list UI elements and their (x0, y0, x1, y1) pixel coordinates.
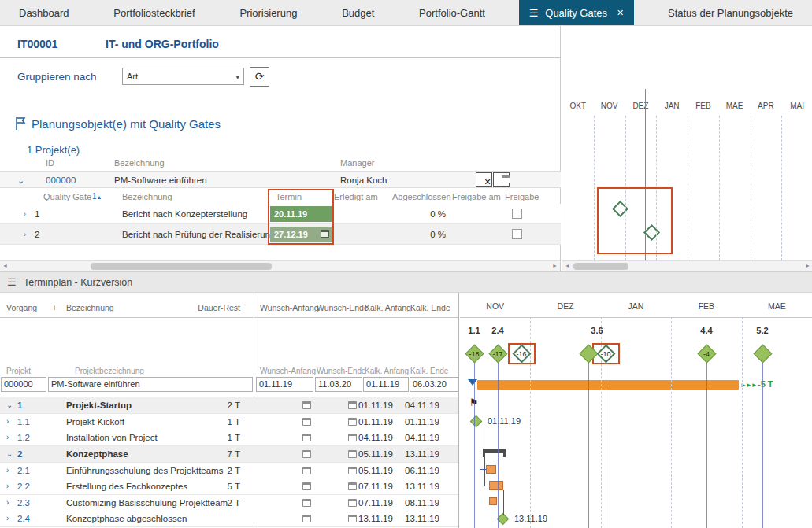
scroll-right-icon[interactable]: ► (552, 263, 558, 268)
task-name: Erstellung des Fachkonzeptes (66, 478, 187, 494)
wunsch-anfang-calendar-icon[interactable] (302, 434, 311, 441)
tab-dashboard[interactable]: Dashboard (8, 0, 80, 25)
gate-line (498, 362, 499, 528)
task-row[interactable]: ›2.3Customizing Basisschulung Projekttea… (0, 495, 458, 511)
kalk-anfang-date: 05.11.19 (358, 463, 393, 478)
gate-name: Bericht nach Konzepterstellung (122, 204, 247, 224)
wunsch-anfang-calendar-icon[interactable] (302, 515, 311, 522)
task-row[interactable]: ⌄2Konzeptphase7 T05.11.1913.11.19 (0, 446, 458, 463)
gantt-months: NOVDEZJANFEBMAE (460, 301, 812, 311)
quality-gate-row[interactable]: ›1Bericht nach Konzepterstellung20.11.19… (0, 204, 561, 224)
gate-line (606, 362, 606, 528)
scroll-left-icon[interactable]: ◄ (565, 263, 570, 268)
wunsch-ende-calendar-icon[interactable] (348, 482, 357, 490)
wunsch-ende-calendar-icon[interactable] (348, 418, 357, 426)
kalk-ende-date: 13.11.19 (405, 446, 439, 462)
gate-name: Bericht nach Prüfung der Realisierung (122, 224, 275, 245)
dependency-connector (503, 490, 504, 515)
wunsch-ende-calendar-icon[interactable] (348, 450, 357, 458)
completed-percent: 0 % (392, 224, 446, 245)
kalk-anfang-date: 07.11.19 (358, 495, 393, 511)
wunsch-ende-calendar-icon[interactable] (348, 401, 357, 409)
wunsch-ende-calendar-icon[interactable] (348, 434, 357, 441)
wunsch-ende-calendar-icon[interactable] (348, 499, 357, 507)
termin-date-cell[interactable]: 27.12.19 (270, 227, 332, 242)
wunsch-anfang-calendar-icon[interactable] (302, 482, 311, 490)
scroll-right-icon[interactable]: ► (805, 263, 810, 268)
konzeptphase-summary-bar[interactable] (483, 449, 506, 453)
close-tab-icon[interactable]: ✕ (617, 8, 624, 18)
quality-gate-milestone[interactable] (753, 344, 772, 363)
month-label: JAN (656, 102, 688, 110)
wunsch-anfang-calendar-icon[interactable] (302, 450, 311, 458)
expander-icon[interactable]: › (6, 463, 9, 478)
tab-label: Dashboard (19, 7, 69, 19)
quality-gate-diamond[interactable] (643, 224, 660, 241)
termin-date-cell[interactable]: 20.11.19 (270, 206, 332, 222)
task-row[interactable]: ›2.4Konzeptphase abgeschlossen13.11.1913… (0, 511, 458, 527)
task-number: 1 (17, 397, 22, 413)
kickoff-date-label: 01.11.19 (488, 416, 521, 426)
expander-icon[interactable]: › (6, 495, 9, 511)
wunsch-anfang-calendar-icon[interactable] (302, 418, 311, 426)
task-row[interactable]: ›1.2Installation von Project1 T04.11.190… (0, 430, 458, 446)
wunsch-anfang-calendar-icon[interactable] (302, 401, 311, 409)
kalk-ende-date: 13.11.19 (405, 478, 439, 494)
quality-gate-diamond[interactable] (612, 201, 628, 217)
app-root: DashboardPortfoliosteckbriefPriorisierun… (0, 0, 812, 528)
task-row[interactable]: ›2.1Einführungsschulung des Projektteams… (0, 463, 458, 479)
dependency-connector (484, 486, 489, 486)
month-label: NOV (460, 301, 530, 311)
expander-icon[interactable]: ⌄ (6, 397, 13, 413)
qg-horizontal-scrollbar[interactable]: ◄ ► (0, 260, 560, 271)
kalk-anfang-date: 05.11.19 (358, 446, 393, 462)
tab-status-der-planungsobjekte[interactable]: Status der Planungsobjekte (657, 0, 804, 25)
freigabe-checkbox[interactable] (512, 209, 522, 219)
gate-highlight-box (597, 187, 673, 254)
quality-gate-row[interactable]: ›2Bericht nach Prüfung der Realisierung2… (0, 224, 561, 245)
task-name: Einführungsschulung des Projektteams (66, 463, 223, 478)
task-bar[interactable] (489, 497, 497, 505)
mini-horizontal-scrollbar[interactable]: ◄ ► (562, 260, 812, 271)
kalk-ende-date: 08.11.19 (405, 495, 439, 511)
expander-icon[interactable]: › (6, 414, 9, 430)
wunsch-ende-calendar-icon[interactable] (348, 467, 357, 474)
freigabe-checkbox[interactable] (512, 229, 522, 239)
project-summary-bar[interactable] (477, 380, 739, 390)
expander-icon[interactable]: ⌄ (6, 446, 13, 462)
expander-icon[interactable]: › (6, 511, 9, 526)
task-duration: 2 T (201, 397, 240, 413)
gantt-header-underline (460, 317, 812, 318)
terminplan-table-panel: Vorgang + Bezeichnung Dauer-Rest Wunsch-… (0, 293, 459, 528)
wunsch-anfang-calendar-icon[interactable] (302, 467, 311, 474)
kalk-anfang-date: 13.11.19 (358, 511, 393, 526)
task-row[interactable]: ⌄1Projekt-Startup2 T01.11.1904.11.19 (0, 397, 458, 414)
tab-quality-gates[interactable]: ☰Quality Gates✕ (519, 0, 635, 25)
tab-portfoliosteckbrief[interactable]: Portfoliosteckbrief (102, 0, 206, 25)
expander-icon[interactable]: › (6, 430, 9, 445)
task-bar[interactable] (486, 465, 496, 474)
kalk-ende-date: 06.11.19 (405, 463, 439, 478)
task-bar[interactable] (489, 481, 503, 490)
task-number: 2.3 (17, 495, 30, 511)
wunsch-anfang-calendar-icon[interactable] (302, 499, 311, 507)
gate-number: 2 (35, 224, 39, 245)
menu-icon[interactable]: ☰ (7, 272, 17, 293)
scroll-left-icon[interactable]: ◄ (2, 263, 8, 268)
tab-budget[interactable]: Budget (331, 0, 385, 25)
month-gridline (656, 116, 657, 260)
wunsch-ende-calendar-icon[interactable] (348, 515, 357, 522)
month-label: DEZ (625, 102, 657, 110)
scrollbar-thumb[interactable] (91, 263, 272, 270)
expander-icon[interactable]: › (6, 478, 9, 494)
expander-icon[interactable]: › (24, 224, 26, 245)
task-row[interactable]: ›2.2Erstellung des Fachkonzeptes5 T07.11… (0, 478, 458, 495)
tab-priorisierung[interactable]: Priorisierung (228, 0, 308, 25)
milestone-label: 4.4 (695, 326, 718, 335)
tab-label: Portfoliosteckbrief (113, 7, 195, 19)
tab-portfolio-gantt[interactable]: Portfolio-Gantt (408, 0, 496, 25)
scrollbar-thumb[interactable] (573, 263, 628, 270)
task-row[interactable]: ›1.1Projekt-Kickoff1 T01.11.1901.11.19 (0, 414, 458, 430)
expander-icon[interactable]: › (24, 204, 26, 224)
task-number: 2.2 (17, 478, 30, 494)
